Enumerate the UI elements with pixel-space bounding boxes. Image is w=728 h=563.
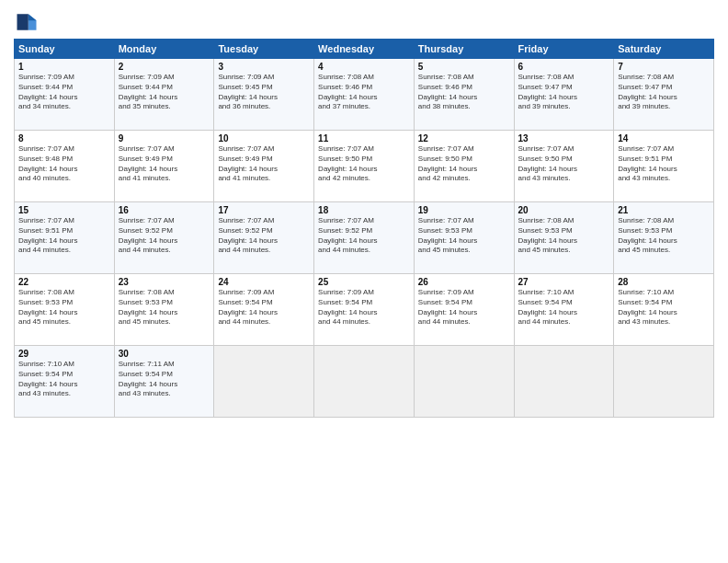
day-info: Sunrise: 7:08 AM Sunset: 9:46 PM Dayligh… (418, 73, 510, 112)
col-saturday: Saturday (614, 40, 714, 59)
calendar-cell: 25Sunrise: 7:09 AM Sunset: 9:54 PM Dayli… (314, 274, 415, 346)
svg-rect-3 (17, 14, 28, 30)
day-info: Sunrise: 7:08 AM Sunset: 9:53 PM Dayligh… (119, 288, 210, 327)
col-monday: Monday (114, 40, 214, 59)
day-info: Sunrise: 7:10 AM Sunset: 9:54 PM Dayligh… (518, 288, 610, 327)
day-info: Sunrise: 7:10 AM Sunset: 9:54 PM Dayligh… (18, 360, 110, 399)
day-number: 13 (518, 133, 610, 144)
day-info: Sunrise: 7:07 AM Sunset: 9:52 PM Dayligh… (218, 216, 310, 256)
day-number: 27 (518, 277, 610, 287)
logo (14, 9, 43, 35)
calendar-cell: 26Sunrise: 7:09 AM Sunset: 9:54 PM Dayli… (414, 274, 514, 346)
calendar-cell: 8Sunrise: 7:07 AM Sunset: 9:48 PM Daylig… (15, 131, 115, 202)
logo-icon (14, 9, 40, 35)
calendar-cell (414, 346, 514, 418)
day-info: Sunrise: 7:08 AM Sunset: 9:53 PM Dayligh… (618, 216, 710, 256)
day-info: Sunrise: 7:07 AM Sunset: 9:50 PM Dayligh… (318, 144, 410, 184)
day-info: Sunrise: 7:07 AM Sunset: 9:52 PM Dayligh… (318, 216, 410, 256)
day-info: Sunrise: 7:07 AM Sunset: 9:48 PM Dayligh… (18, 144, 110, 184)
calendar-cell: 28Sunrise: 7:10 AM Sunset: 9:54 PM Dayli… (614, 274, 714, 346)
calendar-cell: 22Sunrise: 7:08 AM Sunset: 9:53 PM Dayli… (15, 274, 115, 346)
calendar-cell: 10Sunrise: 7:07 AM Sunset: 9:49 PM Dayli… (214, 131, 314, 202)
col-thursday: Thursday (414, 40, 514, 59)
calendar-cell: 4Sunrise: 7:08 AM Sunset: 9:46 PM Daylig… (314, 59, 415, 131)
day-number: 20 (518, 205, 610, 215)
day-number: 15 (18, 205, 110, 215)
day-number: 30 (119, 349, 210, 359)
day-info: Sunrise: 7:08 AM Sunset: 9:47 PM Dayligh… (518, 73, 610, 112)
calendar-cell: 15Sunrise: 7:07 AM Sunset: 9:51 PM Dayli… (15, 202, 115, 274)
calendar-cell: 16Sunrise: 7:07 AM Sunset: 9:52 PM Dayli… (114, 202, 214, 274)
day-number: 22 (18, 277, 110, 287)
day-info: Sunrise: 7:08 AM Sunset: 9:53 PM Dayligh… (518, 216, 610, 256)
day-number: 3 (218, 62, 310, 72)
calendar-cell: 21Sunrise: 7:08 AM Sunset: 9:53 PM Dayli… (614, 202, 714, 274)
day-info: Sunrise: 7:07 AM Sunset: 9:51 PM Dayligh… (618, 144, 710, 184)
day-info: Sunrise: 7:07 AM Sunset: 9:50 PM Dayligh… (418, 144, 510, 184)
calendar-cell: 5Sunrise: 7:08 AM Sunset: 9:46 PM Daylig… (414, 59, 514, 131)
calendar-cell: 19Sunrise: 7:07 AM Sunset: 9:53 PM Dayli… (414, 202, 514, 274)
day-number: 11 (318, 133, 410, 144)
calendar-cell: 9Sunrise: 7:07 AM Sunset: 9:49 PM Daylig… (114, 131, 214, 202)
day-number: 10 (218, 133, 310, 144)
day-number: 2 (119, 62, 210, 72)
col-friday: Friday (514, 40, 614, 59)
calendar-cell (214, 346, 314, 418)
day-info: Sunrise: 7:07 AM Sunset: 9:53 PM Dayligh… (418, 216, 510, 256)
day-info: Sunrise: 7:11 AM Sunset: 9:54 PM Dayligh… (119, 360, 210, 399)
day-number: 16 (119, 205, 210, 215)
day-info: Sunrise: 7:09 AM Sunset: 9:54 PM Dayligh… (418, 288, 510, 327)
calendar-cell: 17Sunrise: 7:07 AM Sunset: 9:52 PM Dayli… (214, 202, 314, 274)
calendar: Sunday Monday Tuesday Wednesday Thursday… (14, 39, 714, 418)
day-number: 21 (618, 205, 710, 215)
calendar-cell: 12Sunrise: 7:07 AM Sunset: 9:50 PM Dayli… (414, 131, 514, 202)
day-number: 26 (418, 277, 510, 287)
calendar-cell: 30Sunrise: 7:11 AM Sunset: 9:54 PM Dayli… (114, 346, 214, 418)
calendar-cell: 11Sunrise: 7:07 AM Sunset: 9:50 PM Dayli… (314, 131, 415, 202)
day-info: Sunrise: 7:07 AM Sunset: 9:50 PM Dayligh… (518, 144, 610, 184)
calendar-cell: 3Sunrise: 7:09 AM Sunset: 9:45 PM Daylig… (214, 59, 314, 131)
header (14, 9, 714, 35)
day-info: Sunrise: 7:09 AM Sunset: 9:45 PM Dayligh… (218, 73, 310, 112)
day-number: 23 (119, 277, 210, 287)
calendar-cell: 23Sunrise: 7:08 AM Sunset: 9:53 PM Dayli… (114, 274, 214, 346)
calendar-cell (614, 346, 714, 418)
day-info: Sunrise: 7:10 AM Sunset: 9:54 PM Dayligh… (618, 288, 710, 327)
day-info: Sunrise: 7:07 AM Sunset: 9:49 PM Dayligh… (218, 144, 310, 184)
day-number: 6 (518, 62, 610, 72)
day-info: Sunrise: 7:07 AM Sunset: 9:52 PM Dayligh… (119, 216, 210, 256)
calendar-cell: 24Sunrise: 7:09 AM Sunset: 9:54 PM Dayli… (214, 274, 314, 346)
day-number: 18 (318, 205, 410, 215)
calendar-cell: 27Sunrise: 7:10 AM Sunset: 9:54 PM Dayli… (514, 274, 614, 346)
day-number: 7 (618, 62, 710, 72)
calendar-cell: 13Sunrise: 7:07 AM Sunset: 9:50 PM Dayli… (514, 131, 614, 202)
day-number: 19 (418, 205, 510, 215)
day-info: Sunrise: 7:09 AM Sunset: 9:44 PM Dayligh… (18, 73, 110, 112)
day-number: 8 (18, 133, 110, 144)
col-sunday: Sunday (15, 40, 115, 59)
day-info: Sunrise: 7:09 AM Sunset: 9:54 PM Dayligh… (218, 288, 310, 327)
day-number: 1 (18, 62, 110, 72)
calendar-cell: 1Sunrise: 7:09 AM Sunset: 9:44 PM Daylig… (15, 59, 115, 131)
day-number: 29 (18, 349, 110, 359)
day-info: Sunrise: 7:08 AM Sunset: 9:47 PM Dayligh… (618, 73, 710, 112)
calendar-cell: 6Sunrise: 7:08 AM Sunset: 9:47 PM Daylig… (514, 59, 614, 131)
day-info: Sunrise: 7:09 AM Sunset: 9:44 PM Dayligh… (119, 73, 210, 112)
day-info: Sunrise: 7:07 AM Sunset: 9:51 PM Dayligh… (18, 216, 110, 256)
day-number: 24 (218, 277, 310, 287)
day-info: Sunrise: 7:09 AM Sunset: 9:54 PM Dayligh… (318, 288, 410, 327)
col-wednesday: Wednesday (314, 40, 415, 59)
calendar-cell (514, 346, 614, 418)
day-number: 14 (618, 133, 710, 144)
page: Sunday Monday Tuesday Wednesday Thursday… (0, 0, 728, 563)
day-number: 28 (618, 277, 710, 287)
calendar-cell: 14Sunrise: 7:07 AM Sunset: 9:51 PM Dayli… (614, 131, 714, 202)
day-number: 5 (418, 62, 510, 72)
calendar-header-row: Sunday Monday Tuesday Wednesday Thursday… (15, 40, 714, 59)
day-info: Sunrise: 7:07 AM Sunset: 9:49 PM Dayligh… (119, 144, 210, 184)
calendar-cell: 20Sunrise: 7:08 AM Sunset: 9:53 PM Dayli… (514, 202, 614, 274)
day-info: Sunrise: 7:08 AM Sunset: 9:46 PM Dayligh… (318, 73, 410, 112)
day-number: 25 (318, 277, 410, 287)
calendar-cell: 29Sunrise: 7:10 AM Sunset: 9:54 PM Dayli… (15, 346, 115, 418)
day-number: 17 (218, 205, 310, 215)
